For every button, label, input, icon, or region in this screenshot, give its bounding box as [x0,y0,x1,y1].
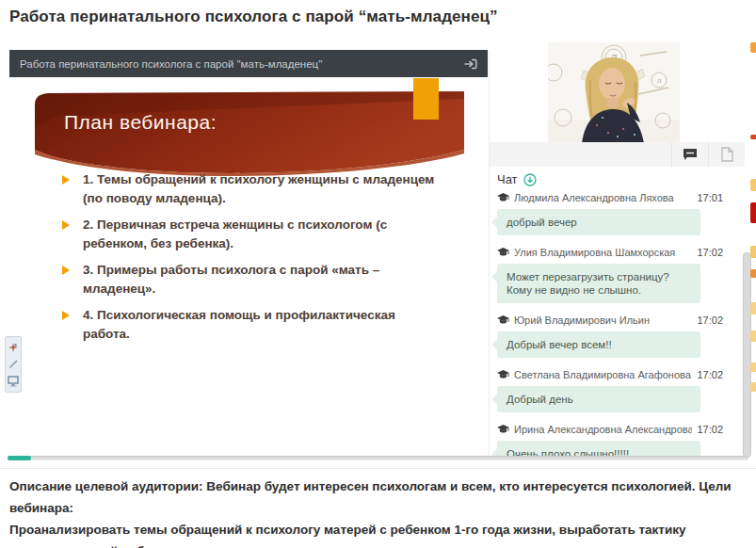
chat-message-bubble: Может перезагрузить страницу? Кому не ви… [497,264,700,303]
bullet-triangle-icon [62,311,70,320]
cutoff-fragment [750,135,756,139]
chat-author-name: Светлана Владимировна Агафонова [514,369,692,380]
chat-message: Светлана Владимировна Агафонова 17:02 До… [497,369,723,412]
chat-scroll-down-icon[interactable] [523,173,537,186]
chat-tab-button[interactable] [671,142,708,167]
bullet-triangle-icon [62,266,70,275]
document-icon [721,147,733,162]
chat-author-name: Людмила Александровна Ляхова [514,192,692,203]
files-tab-button[interactable] [708,142,745,167]
chat-timestamp: 17:02 [697,314,723,326]
graduation-cap-icon [497,315,509,325]
slide-banner [35,91,464,182]
chat-timestamp: 17:02 [697,369,723,380]
chat-author-name: Улия Владимировна Шамхорская [514,247,692,258]
slide-bullet-item: 3. Примеры работы психолога с парой «мат… [62,261,439,298]
graduation-cap-icon [497,425,509,434]
player-header: Работа перинатального психолога с парой … [9,50,488,77]
chat-title: Чат [497,172,518,186]
chat-timestamp: 17:01 [697,192,723,203]
cutoff-fragment [750,363,756,372]
graduation-cap-icon [497,248,509,257]
chat-message-text: Может перезагрузить страницу? Кому не ви… [507,271,669,296]
cutoff-fragment [750,330,756,342]
slide-bullet-list: 1. Темы обращений к психологу женщины с … [62,170,439,351]
chat-message-bubble: добрый вечер [497,209,700,235]
slide-bullet-text: 1. Темы обращений к психологу женщины с … [83,172,434,205]
chat-header: Чат [490,170,745,192]
chat-message-header: Людмила Александровна Ляхова 17:01 [497,192,723,203]
slide-bullet-text: 3. Примеры работы психолога с парой «мат… [83,263,379,296]
chat-message: Людмила Александровна Ляхова 17:01 добры… [497,192,723,235]
seek-progress [8,456,31,460]
description-line: Проанализировать темы обращений к психол… [9,519,753,548]
chat-message: Ирина Александровна Александрова 17:02 О… [497,424,723,456]
chat-panel: Чат Людмил [490,170,745,456]
cutoff-fragment [750,382,756,392]
slide-area: План вебинара: 1. Темы обращений к психо… [9,80,488,455]
page-title: Работа перинатального психолога с парой … [9,8,744,26]
chat-message-text: Добрый вечер всем!! [507,339,612,350]
annotation-toolbar[interactable] [5,336,22,393]
slide-bullet-text: 2. Первичная встреча женщины с психолого… [83,218,387,250]
webcam-video: Л Л [548,42,680,143]
chat-bubble-icon [683,148,698,161]
chat-message-header: Ирина Александровна Александрова 17:02 [497,424,723,435]
slide-orange-tab [413,78,439,120]
chat-message-bubble: Очень плохо слышно!!!!! [497,441,700,456]
chat-message-text: добрый вечер [507,217,577,228]
slide-bullet-item: 2. Первичная встреча женщины с психолого… [62,216,439,253]
svg-text:Л: Л [657,77,662,85]
slide-bullet-item: 1. Темы обращений к психологу женщины с … [62,170,439,208]
separator-line [0,468,756,469]
chat-message-bubble: Добрый вечер всем!! [497,331,700,358]
graduation-cap-icon [497,370,509,379]
chat-message-bubble: Добрый день [497,386,700,412]
exit-icon [463,56,478,72]
chat-message-header: Юрий Владимирович Ильин 17:02 [497,314,723,326]
bullet-triangle-icon [62,175,70,185]
slide-title: План вебинара: [64,111,217,134]
graduation-cap-icon [497,193,509,202]
cutoff-fragment [750,246,756,258]
chat-timestamp: 17:02 [697,424,723,435]
chat-timestamp: 17:02 [697,247,723,258]
chat-message-text: Добрый день [507,394,573,405]
chat-message-header: Улия Владимировна Шамхорская 17:02 [497,247,723,258]
chat-message: Улия Владимировна Шамхорская 17:02 Может… [497,247,723,303]
slide-bullet-item: 4. Психологическая помощь и профилактиче… [62,306,439,344]
cutoff-fragment [750,42,756,53]
chat-author-name: Юрий Владимирович Ильин [514,314,692,326]
cutoff-fragment [750,179,756,191]
chat-message-header: Светлана Владимировна Агафонова 17:02 [497,369,723,380]
webinar-description: Описание целевой аудитории: Вебинар буде… [9,475,753,548]
webinar-recording-page: Работа перинатального психолога с парой … [0,0,756,548]
cutoff-fragment [750,202,756,223]
chat-message: Юрий Владимирович Ильин 17:02 Добрый веч… [497,314,723,358]
screen-tool-icon [8,376,19,387]
star-tool-icon [8,343,18,352]
panel-toolbar [490,142,745,167]
chat-message-list: Людмила Александровна Ляхова 17:01 добры… [490,192,745,456]
exit-fullscreen-button[interactable] [461,55,480,73]
slide-bullet-text: 4. Психологическая помощь и профилактиче… [83,308,395,341]
chat-message-text: Очень плохо слышно!!!!! [507,448,629,456]
chat-scrollbar[interactable] [743,252,751,458]
player-header-title: Работа перинатального психолога с парой … [20,58,461,70]
cutoff-fragment [750,269,756,278]
cutoff-fragment [750,302,756,314]
description-line: Описание целевой аудитории: Вебинар буде… [9,475,753,519]
pencil-tool-icon [8,359,19,369]
bullet-triangle-icon [62,220,70,230]
chat-author-name: Ирина Александровна Александрова [514,424,692,435]
seek-bar[interactable] [8,456,748,460]
